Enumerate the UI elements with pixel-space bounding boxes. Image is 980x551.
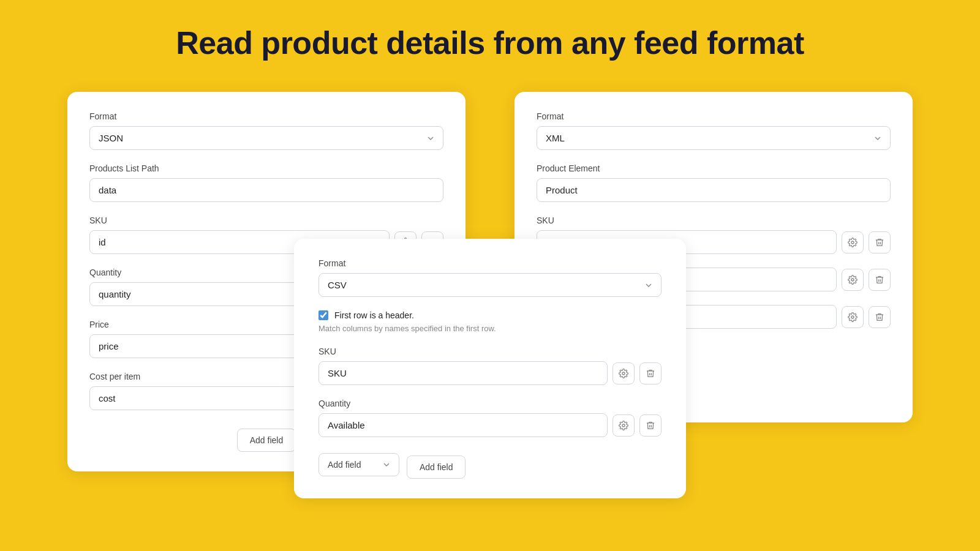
xml-product-element-input[interactable] [537,178,891,202]
xml-field2-gear-button[interactable] [842,269,864,291]
csv-sku-group: SKU [318,347,662,385]
gear-icon [848,312,858,322]
csv-sku-input-row [318,361,662,385]
csv-format-select[interactable]: JSON XML CSV [318,273,662,297]
gear-icon [619,421,628,430]
csv-first-row-checkbox[interactable] [318,310,328,320]
csv-sku-input[interactable] [318,361,608,385]
json-products-path-group: Products List Path [89,163,443,202]
json-products-path-label: Products List Path [89,163,443,173]
trash-icon [875,275,884,285]
gear-icon [848,275,858,285]
csv-sku-label: SKU [318,347,662,356]
csv-format-group: Format JSON XML CSV [318,258,662,297]
csv-quantity-label: Quantity [318,399,662,408]
csv-quantity-input[interactable] [318,413,608,437]
json-products-path-input[interactable] [89,178,443,202]
csv-format-label: Format [318,258,662,268]
gear-icon [848,238,858,247]
card-csv: Format JSON XML CSV First row is a heade… [294,239,686,498]
xml-sku-gear-button[interactable] [842,231,864,253]
trash-icon [646,421,655,430]
json-add-field-button[interactable]: Add field [237,429,296,452]
json-format-group: Format JSON XML CSV [89,111,443,150]
xml-field3-delete-button[interactable] [869,306,891,328]
xml-format-label: Format [537,111,891,121]
page-title: Read product details from any feed forma… [176,24,804,61]
trash-icon [875,238,884,247]
trash-icon [875,312,884,322]
csv-quantity-group: Quantity [318,399,662,437]
xml-field2-delete-button[interactable] [869,269,891,291]
cards-container: Format JSON XML CSV Products List Path S… [49,92,931,508]
xml-format-select[interactable]: JSON XML CSV [537,126,891,150]
xml-field3-gear-button[interactable] [842,306,864,328]
csv-add-field-button[interactable]: Add field [407,455,466,479]
xml-product-element-group: Product Element [537,163,891,202]
xml-sku-delete-button[interactable] [869,231,891,253]
csv-add-field-select[interactable]: Add field SKU Quantity Price Cost per it… [318,453,399,476]
xml-sku-label: SKU [537,216,891,225]
json-sku-label: SKU [89,216,443,225]
trash-icon [646,369,655,378]
xml-format-group: Format JSON XML CSV [537,111,891,150]
svg-point-8 [622,424,625,427]
csv-quantity-delete-button[interactable] [639,414,662,437]
svg-point-6 [851,316,854,318]
csv-first-row-group: First row is a header. Match columns by … [318,310,662,333]
csv-first-row-label[interactable]: First row is a header. [334,310,414,320]
svg-point-4 [851,241,854,244]
svg-point-7 [622,372,625,375]
csv-add-field-row: Add field SKU Quantity Price Cost per it… [318,451,662,479]
csv-quantity-input-row [318,413,662,437]
gear-icon [619,369,628,378]
csv-first-row-checkbox-row: First row is a header. [318,310,662,320]
json-format-label: Format [89,111,443,121]
xml-product-element-label: Product Element [537,163,891,173]
csv-sku-gear-button[interactable] [612,362,635,384]
csv-first-row-hint: Match columns by names specified in the … [318,324,662,333]
svg-point-5 [851,279,854,281]
csv-sku-delete-button[interactable] [639,362,662,384]
json-format-select[interactable]: JSON XML CSV [89,126,443,150]
csv-quantity-gear-button[interactable] [612,414,635,437]
